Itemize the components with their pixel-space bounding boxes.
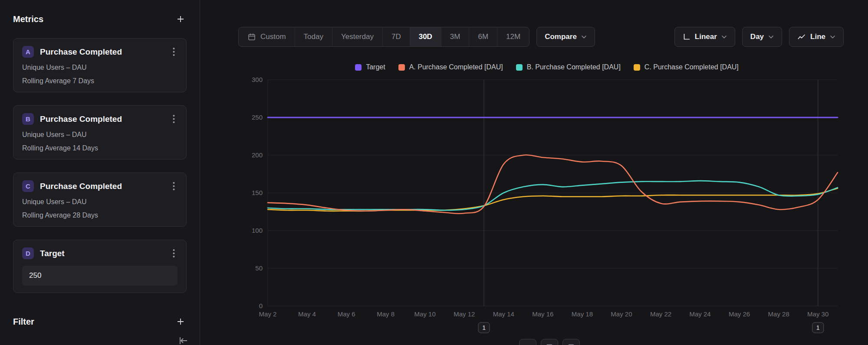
target-title: Target bbox=[40, 249, 164, 258]
legend-swatch bbox=[398, 64, 405, 71]
granularity-selector[interactable]: Day bbox=[742, 27, 782, 47]
kebab-icon bbox=[173, 114, 175, 124]
x-tick-label: May 16 bbox=[532, 310, 553, 318]
y-tick-label: 100 bbox=[252, 227, 263, 234]
plus-icon bbox=[176, 15, 185, 23]
x-tick-label: May 22 bbox=[650, 310, 671, 318]
metric-menu-button[interactable] bbox=[170, 180, 178, 192]
metric-card-c[interactable]: C Purchase Completed Unique Users – DAU … bbox=[13, 172, 187, 227]
kebab-icon bbox=[173, 47, 175, 56]
legend-item-target[interactable]: Target bbox=[355, 63, 385, 71]
date-range-7d[interactable]: 7D bbox=[382, 27, 410, 46]
legend-item-c[interactable]: C. Purchase Completed [DAU] bbox=[634, 63, 739, 71]
line-chart[interactable]: 050100150200250300May 2May 4May 6May 8Ma… bbox=[243, 74, 851, 334]
series-line[interactable] bbox=[268, 189, 838, 211]
metric-subtitle: Unique Users – DAU bbox=[22, 198, 178, 206]
bottom-action-bar bbox=[519, 339, 580, 345]
view-toggle-chart-button[interactable] bbox=[519, 339, 536, 345]
view-toggle-table-button[interactable] bbox=[541, 339, 558, 345]
calendar-icon bbox=[247, 33, 256, 41]
metrics-header-label: Metrics bbox=[13, 14, 43, 24]
chevron-down-icon bbox=[721, 35, 727, 39]
legend-label: B. Purchase Completed [DAU] bbox=[527, 63, 621, 71]
x-tick-label: May 26 bbox=[729, 310, 750, 318]
compare-label: Compare bbox=[545, 33, 577, 41]
legend-swatch bbox=[516, 64, 523, 71]
kebab-icon bbox=[173, 249, 175, 258]
date-range-3m[interactable]: 3M bbox=[441, 27, 469, 46]
date-range-yesterday[interactable]: Yesterday bbox=[332, 27, 382, 46]
metric-card-header: A Purchase Completed bbox=[22, 46, 178, 58]
date-range-12m[interactable]: 12M bbox=[497, 27, 529, 46]
x-tick-label: May 4 bbox=[298, 310, 316, 318]
metric-card-a[interactable]: A Purchase Completed Unique Users – DAU … bbox=[13, 38, 187, 92]
scale-selector[interactable]: Linear bbox=[674, 27, 735, 47]
x-tick-label: May 8 bbox=[377, 310, 395, 318]
metric-card-header: B Purchase Completed bbox=[22, 113, 178, 125]
chart-type-label: Line bbox=[810, 33, 825, 41]
chart-type-selector[interactable]: Line bbox=[789, 27, 844, 47]
date-range-label: Custom bbox=[260, 33, 286, 41]
x-tick-label: May 12 bbox=[454, 310, 475, 318]
x-tick-label: May 2 bbox=[259, 310, 277, 318]
metric-title: Purchase Completed bbox=[40, 47, 164, 57]
filter-section-header: Filter bbox=[13, 316, 187, 328]
metric-card-header: C Purchase Completed bbox=[22, 180, 178, 192]
view-toggle-grid-button[interactable] bbox=[562, 339, 580, 345]
x-tick-label: May 10 bbox=[414, 310, 436, 318]
metric-detail: Rolling Average 7 Days bbox=[22, 77, 178, 85]
chart-toolbar: Custom Today Yesterday 7D 30D 3M 6M 12M … bbox=[238, 27, 844, 47]
sidebar: Metrics A Purchase Completed Unique User… bbox=[0, 0, 200, 345]
date-range-6m[interactable]: 6M bbox=[469, 27, 497, 46]
y-tick-label: 150 bbox=[252, 189, 263, 196]
scale-label: Linear bbox=[695, 33, 717, 41]
y-tick-label: 300 bbox=[252, 76, 263, 83]
metric-subtitle: Unique Users – DAU bbox=[22, 131, 178, 139]
add-metric-button[interactable] bbox=[174, 13, 187, 25]
x-tick-label: May 14 bbox=[493, 310, 514, 318]
target-value-input[interactable] bbox=[22, 266, 178, 286]
metric-title: Purchase Completed bbox=[40, 182, 164, 191]
x-tick-label: May 6 bbox=[338, 310, 355, 318]
filter-header-label: Filter bbox=[13, 317, 34, 327]
target-card[interactable]: D Target bbox=[13, 240, 187, 293]
metric-detail: Rolling Average 28 Days bbox=[22, 212, 178, 219]
target-menu-button[interactable] bbox=[170, 247, 178, 260]
annotation-badge-label: 1 bbox=[816, 324, 820, 331]
metrics-section-header: Metrics bbox=[13, 13, 187, 25]
metric-card-b[interactable]: B Purchase Completed Unique Users – DAU … bbox=[13, 105, 187, 159]
collapse-left-icon bbox=[178, 336, 188, 345]
x-tick-label: May 18 bbox=[572, 310, 593, 318]
legend-label: Target bbox=[366, 63, 385, 71]
metric-subtitle: Unique Users – DAU bbox=[22, 64, 178, 72]
y-tick-label: 250 bbox=[252, 114, 263, 121]
legend-label: A. Purchase Completed [DAU] bbox=[409, 63, 503, 71]
add-filter-button[interactable] bbox=[174, 316, 187, 328]
date-range-30d[interactable]: 30D bbox=[410, 27, 441, 46]
metric-detail: Rolling Average 14 Days bbox=[22, 144, 178, 152]
legend-swatch bbox=[355, 64, 362, 71]
legend-item-b[interactable]: B. Purchase Completed [DAU] bbox=[516, 63, 621, 71]
granularity-label: Day bbox=[750, 33, 764, 41]
metric-badge-a: A bbox=[22, 46, 34, 58]
collapse-sidebar-button[interactable] bbox=[178, 336, 188, 345]
plus-icon bbox=[176, 317, 185, 326]
date-range-today[interactable]: Today bbox=[295, 27, 332, 46]
metrics-dashboard: Metrics A Purchase Completed Unique User… bbox=[0, 0, 868, 345]
legend-label: C. Purchase Completed [DAU] bbox=[644, 63, 739, 71]
x-tick-label: May 24 bbox=[689, 310, 710, 318]
metric-badge-b: B bbox=[22, 113, 34, 125]
chevron-down-icon bbox=[768, 35, 774, 39]
legend-swatch bbox=[634, 64, 640, 71]
date-range-custom[interactable]: Custom bbox=[239, 27, 295, 46]
metric-menu-button[interactable] bbox=[170, 46, 178, 58]
compare-button[interactable]: Compare bbox=[536, 27, 595, 47]
metric-menu-button[interactable] bbox=[170, 113, 178, 125]
metric-badge-d: D bbox=[22, 247, 34, 259]
line-chart-icon bbox=[797, 33, 806, 41]
chevron-down-icon bbox=[581, 35, 587, 39]
target-card-header: D Target bbox=[22, 247, 178, 260]
legend-item-a[interactable]: A. Purchase Completed [DAU] bbox=[398, 63, 503, 71]
x-tick-label: May 30 bbox=[807, 310, 829, 318]
chart-display-tools: Linear Day Line bbox=[667, 27, 844, 47]
